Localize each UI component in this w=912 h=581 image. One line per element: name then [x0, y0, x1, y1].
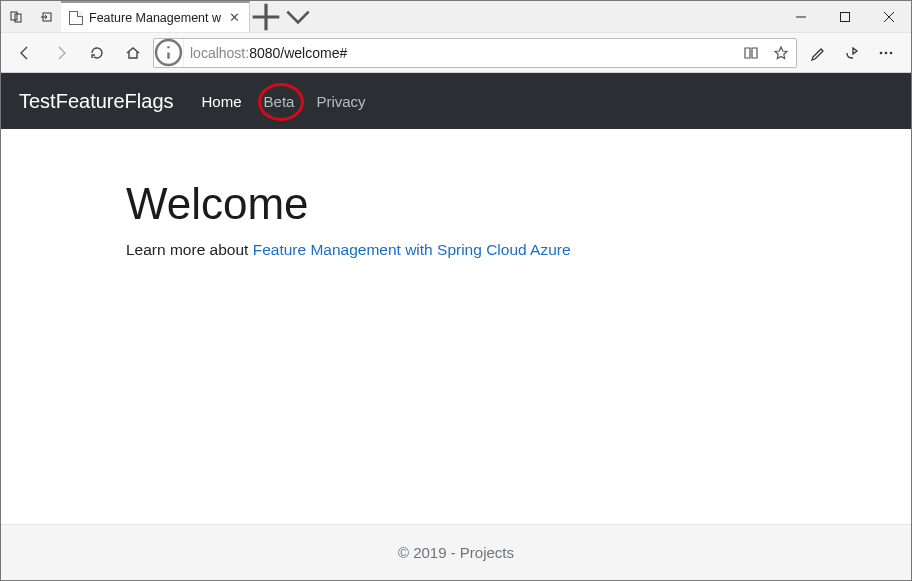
browser-tab[interactable]: Feature Management w ✕: [61, 1, 250, 32]
home-button[interactable]: [117, 37, 149, 69]
svg-rect-0: [11, 12, 17, 20]
set-aside-tabs-icon[interactable]: [31, 1, 61, 32]
nav-menu: Home Beta Privacy: [202, 93, 366, 110]
lead-text: Learn more about: [126, 241, 253, 258]
url-path: 8080/welcome#: [249, 45, 347, 61]
svg-rect-3: [841, 12, 850, 21]
close-window-button[interactable]: [867, 1, 911, 32]
favorite-icon[interactable]: [766, 39, 796, 67]
back-button[interactable]: [9, 37, 41, 69]
app-navbar: TestFeatureFlags Home Beta Privacy: [1, 73, 911, 129]
tab-title: Feature Management w: [89, 11, 221, 25]
svg-point-5: [880, 51, 883, 54]
svg-point-6: [885, 51, 888, 54]
svg-rect-1: [15, 14, 21, 22]
footer-text: © 2019 - Projects: [386, 544, 526, 561]
maximize-button[interactable]: [823, 1, 867, 32]
titlebar: Feature Management w ✕: [1, 1, 911, 33]
nav-beta[interactable]: Beta: [264, 93, 295, 110]
footer: © 2019 - Projects: [1, 524, 911, 580]
share-icon[interactable]: [835, 37, 869, 69]
minimize-button[interactable]: [779, 1, 823, 32]
lead-link[interactable]: Feature Management with Spring Cloud Azu…: [253, 241, 571, 258]
tab-actions-button[interactable]: [282, 1, 314, 32]
reading-view-icon[interactable]: [736, 39, 766, 67]
page-title: Welcome: [126, 179, 786, 229]
svg-point-7: [890, 51, 893, 54]
notes-icon[interactable]: [801, 37, 835, 69]
lead-paragraph: Learn more about Feature Management with…: [126, 241, 786, 259]
new-tab-button[interactable]: [250, 1, 282, 32]
refresh-button[interactable]: [81, 37, 113, 69]
site-info-icon[interactable]: [154, 39, 184, 67]
forward-button[interactable]: [45, 37, 77, 69]
close-tab-icon[interactable]: ✕: [227, 10, 241, 25]
nav-home[interactable]: Home: [202, 93, 242, 110]
url-text[interactable]: localhost:8080/welcome#: [184, 45, 736, 61]
browser-toolbar: localhost:8080/welcome#: [1, 33, 911, 73]
address-bar[interactable]: localhost:8080/welcome#: [153, 38, 797, 68]
page-icon: [69, 11, 83, 25]
recent-activity-icon[interactable]: [1, 1, 31, 32]
url-host: localhost:: [190, 45, 249, 61]
nav-privacy[interactable]: Privacy: [316, 93, 365, 110]
more-icon[interactable]: [869, 37, 903, 69]
brand[interactable]: TestFeatureFlags: [19, 90, 174, 113]
page-content: Welcome Learn more about Feature Managem…: [1, 129, 911, 524]
